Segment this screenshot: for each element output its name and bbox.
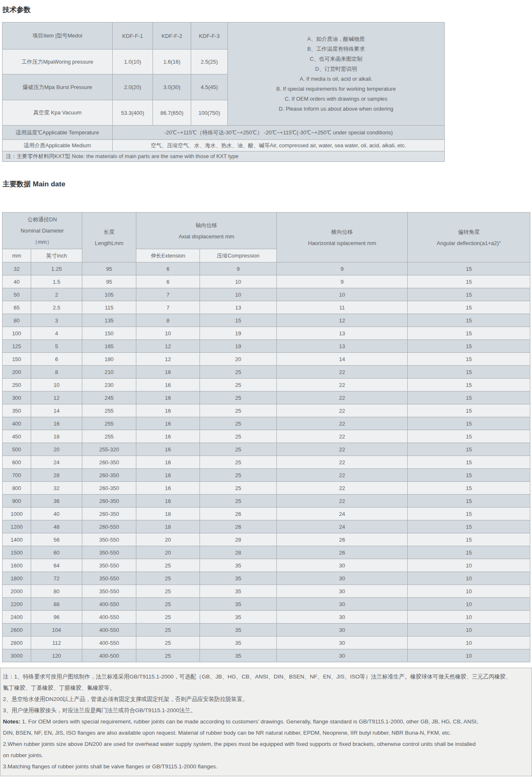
cell: 10 xyxy=(408,611,530,624)
cell: 35 xyxy=(200,636,277,649)
cell: 50 xyxy=(2,288,31,301)
model-header: KDF-F-2 xyxy=(153,22,191,50)
cell: 30 xyxy=(277,649,408,662)
cell: 88 xyxy=(31,598,82,611)
cell: 22 xyxy=(277,469,408,482)
cell: 350-550 xyxy=(82,559,136,572)
table-row: 注：主要零件材料同KXT型 Note: the materials of mai… xyxy=(2,151,445,162)
cell: 15 xyxy=(408,262,530,275)
cell: 450 xyxy=(2,430,31,443)
notes-line: 2.When rubber joints size above DN200 ar… xyxy=(3,738,527,750)
cell: 210 xyxy=(82,366,136,379)
cell: 25 xyxy=(200,417,277,430)
spec-page: 技术参数 项目Item |型号Medol KDF-F-1 KDF-F-2 KDF… xyxy=(0,0,532,780)
cell: 800 xyxy=(2,482,31,495)
table-row: 70028260-35016252215 xyxy=(2,469,530,482)
cell: 2600 xyxy=(2,624,31,636)
table-row: 160064350-55025353010 xyxy=(2,559,530,572)
cell: 30 xyxy=(277,598,408,611)
cell: 6 xyxy=(136,275,200,288)
cell: 230 xyxy=(82,379,136,391)
cell: 350-550 xyxy=(82,533,136,546)
cell: 260-550 xyxy=(82,520,136,533)
cell: 28 xyxy=(31,469,82,482)
row-label: 工作压力MpaWoring pressure xyxy=(2,50,113,74)
table-row: 220088400-55025353010 xyxy=(2,598,530,611)
cell: 16 xyxy=(136,417,200,430)
cell: 2800 xyxy=(2,636,31,649)
medium-value: 空气、压缩空气、水、海水、热水、油、酸、碱等Air, compressed ai… xyxy=(113,140,445,151)
main-table-body: 321.259569915401.59561091550210571010156… xyxy=(2,262,530,662)
cell: 25 xyxy=(200,456,277,469)
cell: 22 xyxy=(277,482,408,495)
cell: 26 xyxy=(277,533,408,546)
cell: 15 xyxy=(408,275,530,288)
cell: 15 xyxy=(408,301,530,314)
table-row: 150618012201415 xyxy=(2,353,530,366)
cell: 350-550 xyxy=(82,572,136,585)
cell: 10 xyxy=(277,288,408,301)
cell: 15 xyxy=(408,366,530,379)
cell: 16 xyxy=(136,391,200,404)
cell: 1.0(10) xyxy=(113,50,153,74)
table-row: 652.51157131115 xyxy=(2,301,530,314)
cell: 80 xyxy=(31,585,82,598)
cell: 3.0(30) xyxy=(153,74,191,100)
cell: 16 xyxy=(136,430,200,443)
notes-line: 3.Matching flanges of rubber joints shal… xyxy=(3,761,527,772)
cell: 10 xyxy=(408,598,530,611)
cell: 28 xyxy=(200,533,277,546)
header-horizontal-displacement: 横向位移 Haorizontal isplacement mm xyxy=(277,213,408,262)
cell: 245 xyxy=(82,391,136,404)
cell: 120 xyxy=(31,649,82,662)
cell: 8 xyxy=(136,314,200,327)
cell: 180 xyxy=(82,353,136,366)
cell: 16 xyxy=(136,366,200,379)
cell: 15 xyxy=(408,314,530,327)
cell: 25 xyxy=(136,559,200,572)
cell: 28 xyxy=(200,546,277,559)
cell: 9 xyxy=(200,262,277,275)
notes-text: 1. For OEM orders with special requireme… xyxy=(22,718,478,725)
cell: 16 xyxy=(136,404,200,417)
cell: 1500 xyxy=(2,546,31,559)
table-row: 项目Item |型号Medol KDF-F-1 KDF-F-2 KDF-F-3 … xyxy=(2,22,445,50)
info-line: C. If OEM orders with drawings or sample… xyxy=(229,94,443,104)
cell: 22 xyxy=(277,495,408,508)
header-length: 长度 LengthLmm xyxy=(82,213,136,262)
cell: 18 xyxy=(31,430,82,443)
notes-line: 注：1、特殊要求可按用户图纸制作，法兰标准采用GB/T9115.1-2000，可… xyxy=(3,671,527,682)
cell: 36 xyxy=(31,495,82,508)
cell: 2 xyxy=(31,288,82,301)
cell: 32 xyxy=(31,482,82,495)
info-line: D. Please Inform us about above when ord… xyxy=(229,104,443,114)
cell: 30 xyxy=(277,636,408,649)
cell: 22 xyxy=(277,391,408,404)
cell: 13 xyxy=(200,301,277,314)
row-label: 爆破压力Mpa Burst Pressure xyxy=(2,74,113,100)
cell: 400 xyxy=(2,417,31,430)
table-row: 401.595610915 xyxy=(2,275,530,288)
header-line: （mm） xyxy=(3,236,81,248)
cell: 300 xyxy=(2,391,31,404)
cell: 400-550 xyxy=(82,611,136,624)
header-line: Angular deflection(a1+a2)° xyxy=(409,238,529,249)
cell: 22 xyxy=(277,417,408,430)
notes-line: 3、用户使用橡胶接头，对应法兰应是阀门法兰或符合GB/T9115.1-2000法… xyxy=(3,705,527,716)
cell: 15 xyxy=(408,353,530,366)
cell: 22 xyxy=(277,379,408,391)
cell: 12 xyxy=(277,314,408,327)
cell: 105 xyxy=(82,288,136,301)
cell: 15 xyxy=(408,417,530,430)
table-row: 4001625516252215 xyxy=(2,417,530,430)
cell: 24 xyxy=(31,456,82,469)
header-angular-deflection: 偏转角度 Angular deflection(a1+a2)° xyxy=(408,213,530,262)
cell: 100 xyxy=(2,327,31,340)
cell: 10 xyxy=(408,649,530,662)
cell: 25 xyxy=(200,379,277,391)
ordering-info-cell: A、如介质油，酸碱物质 B、工作温度有特殊要求 C、也可来函来图定制 D、订货时… xyxy=(228,22,445,126)
cell: 22 xyxy=(277,456,408,469)
model-header: KDF-F-3 xyxy=(191,22,228,50)
cell: 13 xyxy=(277,327,408,340)
cell: 7 xyxy=(136,301,200,314)
